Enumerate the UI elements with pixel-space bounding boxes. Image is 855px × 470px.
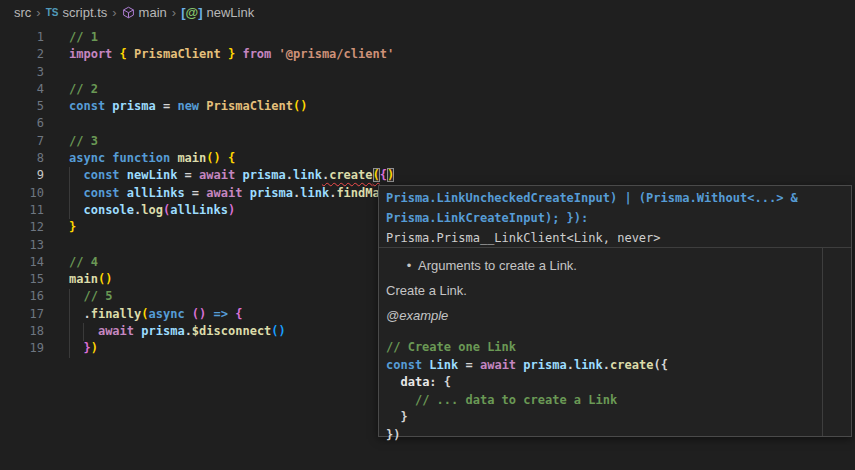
code-token: data	[400, 375, 429, 389]
code-token	[69, 186, 83, 200]
code-line-4[interactable]: 4// 2	[0, 81, 855, 98]
code-token: await	[98, 324, 141, 338]
chevron-right-icon: ›	[172, 5, 176, 20]
breadcrumb-item-newLink[interactable]: [@]newLink	[181, 5, 254, 20]
code-token: PrismaClient	[134, 47, 221, 61]
chevron-right-icon: ›	[36, 5, 40, 20]
code-token: // 5	[83, 289, 112, 303]
code-line-1[interactable]: 1// 1	[0, 29, 855, 46]
code-token: Prisma.LinkCreateInput); }):	[386, 211, 588, 225]
popup-code-line: const Link = await prisma.link.create({	[386, 357, 851, 375]
code-line-3[interactable]: 3	[0, 64, 855, 81]
code-token: =	[177, 168, 199, 182]
line-content: main()	[69, 271, 112, 288]
line-number[interactable]: 19	[0, 340, 44, 357]
line-content: })	[69, 340, 98, 357]
line-number[interactable]: 9	[0, 167, 44, 184]
code-line-5[interactable]: 5const prisma = new PrismaClient()	[0, 98, 855, 115]
code-line-9[interactable]: 9 const newLink = await prisma.link.crea…	[0, 167, 855, 184]
line-number[interactable]: 8	[0, 150, 44, 167]
code-line-2[interactable]: 2import { PrismaClient } from '@prisma/c…	[0, 46, 855, 63]
code-line-6[interactable]: 6	[0, 115, 855, 132]
code-token: }	[69, 220, 76, 234]
line-number[interactable]: 18	[0, 323, 44, 340]
code-token	[69, 289, 83, 303]
line-number[interactable]: 7	[0, 133, 44, 150]
code-token: =	[156, 99, 178, 113]
code-token: =>	[214, 307, 228, 321]
line-number[interactable]: 1	[0, 29, 44, 46]
line-content: async function main() {	[69, 150, 235, 167]
code-token	[185, 307, 192, 321]
line-number[interactable]: 17	[0, 306, 44, 323]
code-token: // 1	[69, 30, 98, 44]
line-content: await prisma.$disconnect()	[69, 323, 286, 340]
code-token	[206, 307, 213, 321]
line-number[interactable]: 15	[0, 271, 44, 288]
line-number[interactable]: 11	[0, 202, 44, 219]
code-line-8[interactable]: 8async function main() {	[0, 150, 855, 167]
line-content: const newLink = await prisma.link.create…	[69, 167, 394, 184]
breadcrumb-item-src[interactable]: src	[14, 5, 31, 20]
breadcrumb-item-main[interactable]: main	[122, 5, 167, 20]
code-token: ()	[271, 324, 285, 338]
code-token: const	[83, 186, 126, 200]
code-token: link	[300, 186, 329, 200]
code-token: // 4	[69, 255, 98, 269]
code-token: Link	[429, 358, 458, 372]
line-content: // 4	[69, 254, 98, 271]
code-token: prisma	[250, 186, 293, 200]
code-token: await	[480, 358, 523, 372]
code-token: allLinks	[127, 186, 185, 200]
code-token: '@prisma/client'	[279, 47, 395, 61]
code-token: from	[242, 47, 278, 61]
code-token	[69, 168, 83, 182]
code-token: finally	[91, 307, 142, 321]
line-content: // 5	[69, 288, 112, 305]
code-token	[221, 151, 228, 165]
hover-popup: Prisma.LinkUncheckedCreateInput) | (Pris…	[378, 185, 852, 437]
code-token: }	[83, 341, 90, 355]
line-number[interactable]: 16	[0, 288, 44, 305]
code-line-7[interactable]: 7// 3	[0, 133, 855, 150]
popup-code-line: data: {	[386, 374, 851, 392]
line-content: const allLinks = await prisma.link.findM…	[69, 185, 409, 202]
code-token: .	[567, 358, 574, 372]
code-token: await	[199, 168, 242, 182]
hover-description: Create a Link.	[386, 283, 814, 298]
line-number[interactable]: 13	[0, 237, 44, 254]
line-number[interactable]: 6	[0, 115, 44, 132]
code-token: Prisma.LinkUncheckedCreateInput) | (Pris…	[386, 191, 798, 205]
code-token	[386, 393, 415, 407]
code-token: prisma	[112, 99, 155, 113]
indent-guide	[83, 323, 84, 341]
line-number[interactable]: 5	[0, 98, 44, 115]
code-token: const	[69, 99, 112, 113]
breadcrumb-item-script.ts[interactable]: TSscript.ts	[46, 5, 108, 20]
line-number[interactable]: 10	[0, 185, 44, 202]
indent-guide	[69, 167, 70, 219]
line-number[interactable]: 2	[0, 46, 44, 63]
signature-line: Prisma.Prisma__LinkClient<Link, never>	[386, 228, 844, 248]
code-token: )	[228, 203, 235, 217]
code-token: log	[141, 203, 163, 217]
line-number[interactable]: 4	[0, 81, 44, 98]
line-number[interactable]: 3	[0, 64, 44, 81]
line-number[interactable]: 14	[0, 254, 44, 271]
code-token: {	[120, 47, 134, 61]
breadcrumb: src›TSscript.ts›main›[@]newLink	[0, 0, 855, 24]
code-token: Prisma.Prisma__LinkClient<Link, never>	[386, 231, 661, 245]
code-token: )	[387, 168, 394, 182]
popup-scrollbar-gutter	[822, 248, 823, 436]
code-token: : {	[429, 375, 451, 389]
line-content: }	[69, 219, 76, 236]
code-token: console	[83, 203, 134, 217]
code-token: prisma	[242, 168, 285, 182]
example-tag: @example	[386, 308, 814, 323]
code-token: (	[373, 168, 380, 182]
line-content: console.log(allLinks)	[69, 202, 235, 219]
code-token: main	[177, 151, 206, 165]
line-number[interactable]: 12	[0, 219, 44, 236]
code-token: main	[69, 272, 98, 286]
code-token: =	[458, 358, 480, 372]
